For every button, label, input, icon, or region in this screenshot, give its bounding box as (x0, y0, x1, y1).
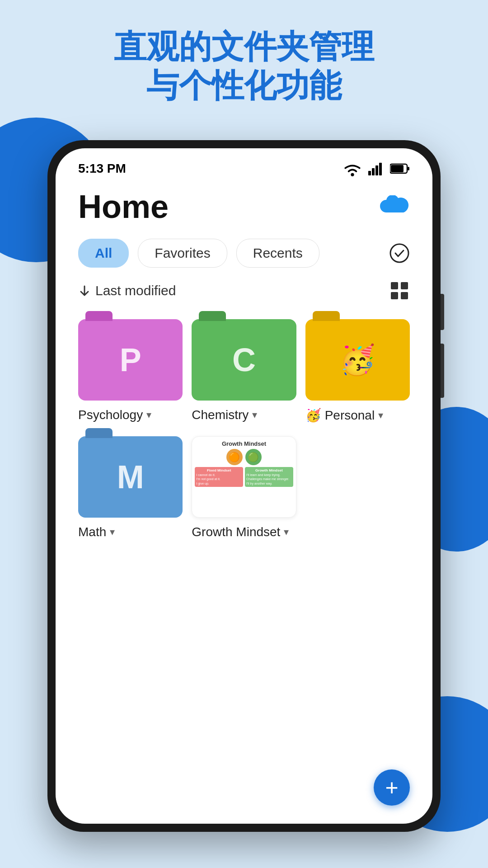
promo-header: 直观的文件夹管理 与个性化功能 (0, 27, 488, 105)
sort-row: Last modified (78, 280, 410, 301)
folder-icon-psychology: P (78, 319, 183, 401)
phone-side-btn (441, 294, 444, 330)
folder-icon-chemistry: C (192, 319, 296, 401)
status-time: 5:13 PM (78, 161, 126, 176)
phone-screen: 5:13 PM (56, 148, 432, 824)
svg-point-8 (390, 244, 408, 262)
folder-item-math[interactable]: M Math ▾ (78, 436, 183, 539)
wifi-icon (342, 158, 363, 179)
svg-rect-10 (401, 282, 408, 289)
phone-frame: 5:13 PM (47, 140, 441, 832)
status-bar: 5:13 PM (56, 148, 432, 184)
battery-icon (390, 163, 410, 175)
svg-point-0 (351, 173, 354, 176)
folder-name-psychology: Psychology ▾ (78, 408, 151, 422)
folder-item-growth-mindset[interactable]: Growth Mindset 🟠 🟢 Fixed Mindset I canno… (192, 436, 296, 539)
chevron-down-icon: ▾ (284, 526, 289, 538)
chevron-down-icon: ▾ (378, 410, 383, 421)
grid-view-icon[interactable] (389, 280, 410, 301)
tab-recents[interactable]: Recents (236, 239, 319, 268)
cloud-icon[interactable] (379, 195, 410, 218)
svg-rect-3 (375, 165, 378, 175)
home-header-row: Home (78, 188, 410, 225)
folders-grid: P Psychology ▾ C Chemistry ▾ (78, 319, 410, 539)
chevron-down-icon: ▾ (146, 409, 151, 421)
folder-item-psychology[interactable]: P Psychology ▾ (78, 319, 183, 423)
chevron-down-icon: ▾ (252, 409, 257, 421)
chevron-down-icon: ▾ (110, 526, 115, 538)
thumb-char-orange: 🟠 (226, 449, 243, 465)
status-icons (342, 158, 410, 179)
folder-name-personal: 🥳 Personal ▾ (305, 408, 384, 423)
phone-side-btn2 (441, 344, 444, 398)
personal-emoji-label: 🥳 (305, 408, 321, 423)
fab-add-button[interactable]: + (374, 769, 410, 806)
folder-item-personal[interactable]: 🥳 🥳 Personal ▾ (305, 319, 410, 423)
folder-name-growth-mindset: Growth Mindset ▾ (192, 525, 289, 539)
folder-name-chemistry: Chemistry ▾ (192, 408, 257, 422)
filter-tabs-row: All Favorites Recents (78, 239, 410, 268)
sort-label[interactable]: Last modified (78, 283, 176, 298)
select-mode-icon[interactable] (389, 243, 410, 264)
tab-favorites[interactable]: Favorites (138, 239, 227, 268)
svg-rect-7 (408, 167, 409, 170)
folder-item-chemistry[interactable]: C Chemistry ▾ (192, 319, 296, 423)
sort-arrow-icon (78, 284, 91, 297)
page-title: Home (78, 188, 169, 225)
svg-rect-11 (391, 292, 398, 299)
folder-name-math: Math ▾ (78, 525, 115, 539)
folder-thumbnail-growth-mindset: Growth Mindset 🟠 🟢 Fixed Mindset I canno… (192, 436, 296, 518)
svg-rect-12 (401, 292, 408, 299)
folder-icon-math: M (78, 436, 183, 518)
folder-icon-personal: 🥳 (305, 319, 410, 401)
app-content: Home All Favorites Recents (56, 184, 432, 562)
svg-rect-6 (391, 165, 404, 172)
svg-rect-9 (391, 282, 398, 289)
fab-plus-icon: + (385, 776, 398, 799)
signal-icon (368, 162, 385, 175)
thumb-char-green: 🟢 (245, 449, 262, 465)
svg-rect-2 (372, 168, 375, 175)
tab-all[interactable]: All (78, 239, 129, 268)
svg-rect-1 (368, 171, 371, 175)
svg-rect-4 (379, 163, 382, 175)
